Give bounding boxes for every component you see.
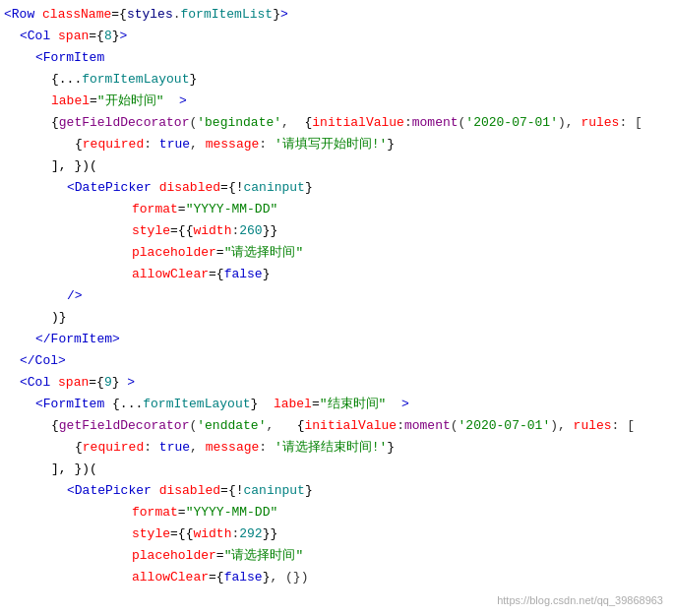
code-line-11: style={{width:260}} (0, 220, 673, 242)
code-line-17: </Col> (0, 350, 673, 372)
code-line-23: <DatePicker disabled={!caninput} (0, 480, 673, 502)
code-line-16: </FormItem> (0, 329, 673, 350)
code-line-4: {...formItemLayout} (0, 69, 673, 91)
code-line-22: ], })( (0, 459, 673, 480)
tag-open: < (4, 4, 12, 26)
code-line-8: ], })( (0, 155, 673, 177)
code-line-2: <Col span={8}> (0, 26, 673, 47)
code-line-18: <Col span={9} > (0, 372, 673, 394)
col-tag-1: Col (28, 26, 50, 47)
attr-classname: className (42, 4, 111, 26)
col-tag-2: Col (28, 372, 50, 394)
code-line-27: allowClear={false}, (}) (0, 567, 673, 588)
code-line-20: {getFieldDecorator('enddate', {initialVa… (0, 415, 673, 437)
code-line-14: /> (0, 285, 673, 307)
code-line-5: label="开始时间" > (0, 91, 673, 112)
code-line-26: placeholder="请选择时间" (0, 545, 673, 567)
tag-row: Row (12, 4, 34, 26)
code-line-3: <FormItem (0, 47, 673, 69)
code-line-19: <FormItem {...formItemLayout} label="结束时… (0, 394, 673, 415)
code-line-9: <DatePicker disabled={!caninput} (0, 177, 673, 199)
code-line-10: format="YYYY-MM-DD" (0, 199, 673, 220)
code-line-21: {required: true, message: '请选择结束时间!'} (0, 437, 673, 459)
code-line-25: style={{width:292}} (0, 524, 673, 545)
code-line-6: {getFieldDecorator('begindate', {initial… (0, 112, 673, 134)
code-line-15: )} (0, 307, 673, 329)
code-line-13: allowClear={false} (0, 264, 673, 285)
watermark-text: https://blog.csdn.net/qq_39868963 (497, 594, 663, 606)
code-line-1: <Row className={styles.formItemList}> (0, 4, 673, 26)
code-line-7: {required: true, message: '请填写开始时间!'} (0, 134, 673, 155)
code-line-12: placeholder="请选择时间" (0, 242, 673, 264)
code-editor: <Row className={styles.formItemList}> <C… (0, 0, 673, 616)
code-line-24: format="YYYY-MM-DD" (0, 502, 673, 524)
